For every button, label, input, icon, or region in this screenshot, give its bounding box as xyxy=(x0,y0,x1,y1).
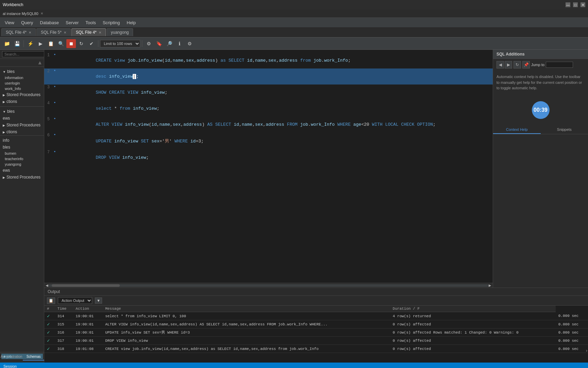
search-button[interactable]: 🔍 xyxy=(56,39,66,48)
sql-editor[interactable]: 1 ● CREATE view job.info_view(id,name,se… xyxy=(44,50,493,283)
col-message: Message xyxy=(102,306,390,312)
menu-scripting[interactable]: Scripting xyxy=(99,19,124,27)
right-panel-tab-context[interactable]: Context Help xyxy=(493,126,541,134)
menu-query[interactable]: Query xyxy=(18,19,36,27)
app-title: Workbench xyxy=(3,2,23,7)
output-table-container[interactable]: # Time Action Message Duration / F ✓ 314… xyxy=(44,306,588,363)
sidebar-item-bumen[interactable]: bumen xyxy=(0,151,44,156)
tab-sql5[interactable]: SQL File 5* ✕ xyxy=(36,28,71,36)
maximize-button[interactable]: □ xyxy=(573,2,578,7)
status-bar: Session xyxy=(0,363,588,368)
horizontal-scrollbar[interactable]: ◀ ▶ xyxy=(44,283,493,288)
find-button[interactable]: 🔎 xyxy=(164,39,174,48)
scroll-left[interactable]: ◀ xyxy=(46,283,48,287)
output-toolbar: 📋 Action Output ▼ xyxy=(44,296,588,306)
jump-input[interactable] xyxy=(546,62,573,68)
sidebar-item-functions[interactable]: ▶ctions xyxy=(0,98,44,105)
close-button[interactable]: ✕ xyxy=(581,2,585,7)
title-bar: Workbench — □ ✕ xyxy=(0,0,588,10)
sidebar-item-news2[interactable]: ews xyxy=(0,167,44,174)
open-button[interactable]: 📁 xyxy=(2,39,12,48)
tab-close-sql4[interactable]: ✕ xyxy=(29,31,31,34)
col-hash: # xyxy=(44,306,55,312)
format-button[interactable]: ⚙ xyxy=(144,39,153,48)
output-select[interactable]: Action Output xyxy=(58,297,92,304)
menu-view[interactable]: View xyxy=(1,19,18,27)
right-panel-tabs: Context Help Snippets xyxy=(493,126,588,134)
sidebar-item-procedures2[interactable]: ▶Stored Procedures xyxy=(0,122,44,128)
output-table: # Time Action Message Duration / F ✓ 314… xyxy=(44,306,588,353)
sidebar-tab-admin[interactable]: Administration xyxy=(0,353,23,361)
pin-context[interactable]: 📌 xyxy=(522,61,530,68)
table-row: ✓ 317 19:00:01 DROP VIEW info_view 0 row… xyxy=(44,337,588,345)
sql-line-4: 4 ● select * from info_view; xyxy=(44,101,493,117)
info-button[interactable]: ℹ xyxy=(175,39,184,48)
refresh-context[interactable]: ↻ xyxy=(513,61,521,68)
scroll-right[interactable]: ▶ xyxy=(489,283,491,287)
settings-button[interactable]: ⚙ xyxy=(185,39,194,48)
status-icon: ✓ xyxy=(47,338,50,343)
limit-select[interactable]: Limit to 100 rows Don't Limit Limit to 1… xyxy=(100,40,140,47)
output-header: Output xyxy=(44,288,588,296)
tab-close-sql5[interactable]: ✕ xyxy=(64,31,66,34)
sidebar-item-workinfo[interactable]: work_Info xyxy=(0,86,44,91)
sidebar-collapse-btn[interactable]: ▲ xyxy=(37,60,43,66)
menu-server[interactable]: Server xyxy=(62,19,82,27)
instance-tab[interactable]: al instance MySQL80 xyxy=(3,12,38,16)
minimize-button[interactable]: — xyxy=(566,2,570,7)
schema-search[interactable] xyxy=(2,51,44,57)
sidebar-item-userlogin[interactable]: userlogin xyxy=(0,80,44,86)
status-icon: ✓ xyxy=(47,330,50,335)
tab-sql4[interactable]: SQL File 4* ✕ xyxy=(1,28,36,36)
sidebar-item-procedures[interactable]: ▶Stored Procedures xyxy=(0,91,44,98)
sql-line-3: 3 ● SHOW CREATE VIEW info_view; xyxy=(44,85,493,101)
table-row: ✓ 315 19:00:01 ALTER VIEW info_view(id,n… xyxy=(44,320,588,328)
right-panel-header: SQL Additions xyxy=(493,50,588,59)
execute-button[interactable]: ⚡ xyxy=(26,39,35,48)
editor-area: 1 ● CREATE view job.info_view(id,name,se… xyxy=(44,50,493,288)
output-dropdown-btn[interactable]: ▼ xyxy=(95,297,102,304)
sidebar-item-yuangong[interactable]: yuangong xyxy=(0,162,44,167)
tab-sql4b[interactable]: SQL File 4* ✕ xyxy=(71,28,106,36)
output-icon-btn[interactable]: 📋 xyxy=(47,297,55,304)
explain-button[interactable]: 📋 xyxy=(46,39,55,48)
sql-line-2: 2 ● desc info_view|; xyxy=(44,68,493,85)
sidebar-item-tables2[interactable]: ▼bles xyxy=(0,108,44,115)
output-panel: Output 📋 Action Output ▼ # Time Action M… xyxy=(44,288,588,363)
sidebar-item-info[interactable]: info xyxy=(0,137,44,144)
menu-help[interactable]: Help xyxy=(123,19,139,27)
right-panel-tab-snippets[interactable]: Snippets xyxy=(541,126,588,134)
sidebar-item-tables3[interactable]: bles xyxy=(0,144,44,151)
table-row: ✓ 314 19:00:01 select * from info_view L… xyxy=(44,312,588,320)
refresh-button[interactable]: ↻ xyxy=(77,39,86,48)
nav-back[interactable]: ◀ xyxy=(496,61,504,68)
status-label: Session xyxy=(3,364,17,368)
sidebar-item-teacherinfo[interactable]: teacherinfo xyxy=(0,156,44,162)
table-row: ✓ 318 19:01:08 CREATE view job.info_view… xyxy=(44,345,588,353)
menu-database[interactable]: Database xyxy=(36,19,62,27)
sidebar-item-tables[interactable]: ▼bles xyxy=(0,68,44,75)
sidebar-item-procedures3[interactable]: ▶Stored Procedures xyxy=(0,174,44,181)
instance-close[interactable]: ✕ xyxy=(40,12,43,15)
sidebar-item-news[interactable]: ews xyxy=(0,115,44,122)
sidebar-item-information[interactable]: information xyxy=(0,75,44,80)
sql-line-7: 7 ● DROP VIEW info_view; xyxy=(44,150,493,166)
table-row: ✓ 316 19:00:01 UPDATE info_view SET sex=… xyxy=(44,328,588,337)
menu-tools[interactable]: Tools xyxy=(82,19,99,27)
status-icon: ✓ xyxy=(47,322,50,327)
save-button[interactable]: 💾 xyxy=(12,39,22,48)
tab-bar: SQL File 4* ✕ SQL File 5* ✕ SQL File 4* … xyxy=(0,27,588,37)
tab-yuangong[interactable]: yuangong xyxy=(107,28,133,36)
timer-badge: 00:39 xyxy=(532,101,550,119)
stop-button[interactable]: ⏹ xyxy=(66,39,76,48)
commit-button[interactable]: ✔ xyxy=(87,39,96,48)
execute-selection-button[interactable]: ▶ xyxy=(36,39,45,48)
col-action: Action xyxy=(73,306,102,312)
sidebar-tab-schemas[interactable]: Schemas xyxy=(23,353,44,361)
status-icon: ✓ xyxy=(47,346,50,352)
sidebar-item-functions2[interactable]: ▶ctions xyxy=(0,128,44,135)
bookmark-button[interactable]: 🔖 xyxy=(154,39,164,48)
main-layout: 🔍 ▲ ▼bles information userlogin work_Inf… xyxy=(0,50,588,363)
nav-forward[interactable]: ▶ xyxy=(505,61,512,68)
tab-close-sql4b[interactable]: ✕ xyxy=(99,31,101,34)
